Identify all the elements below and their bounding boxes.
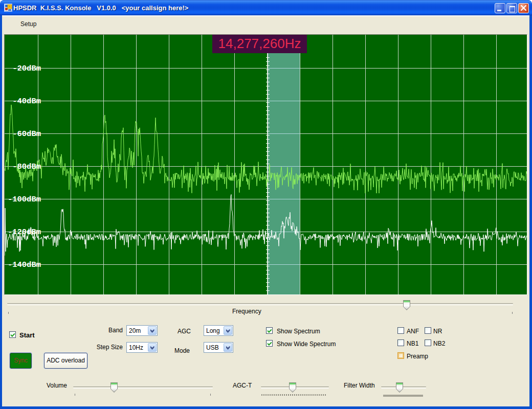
- svg-text:-80dBm: -80dBm: [12, 162, 41, 171]
- svg-text:-40dBm: -40dBm: [12, 97, 41, 106]
- svg-text:-140dBm: -140dBm: [8, 260, 41, 269]
- svg-text:-20dBm: -20dBm: [12, 64, 41, 73]
- svg-text:-120dBm: -120dBm: [8, 228, 41, 237]
- svg-text:-60dBm: -60dBm: [12, 129, 41, 139]
- svg-text:-100dBm: -100dBm: [8, 195, 41, 204]
